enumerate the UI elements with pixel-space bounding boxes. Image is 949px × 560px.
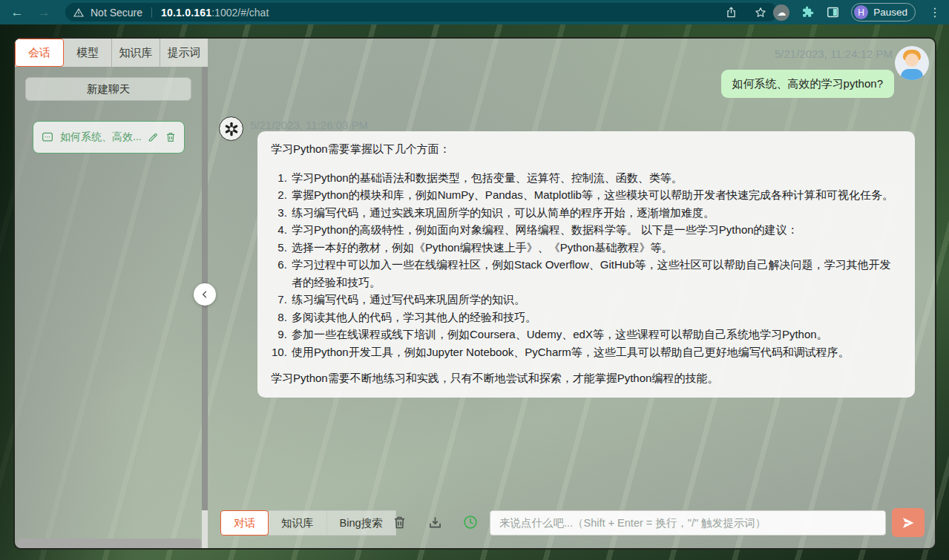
cloud-icon[interactable]: ☁ (773, 4, 789, 21)
tab-conversations[interactable]: 会话 (15, 39, 64, 67)
assistant-list: 学习Python的基础语法和数据类型，包括变量、运算符、控制流、函数、类等。掌握… (271, 169, 902, 361)
warning-icon (73, 7, 85, 19)
new-chat-button[interactable]: 新建聊天 (25, 77, 191, 101)
assistant-list-item: 选择一本好的教材，例如《Python编程快速上手》、《Python基础教程》等。 (290, 239, 902, 257)
export-download-icon[interactable] (427, 514, 443, 530)
history-icon[interactable] (462, 514, 479, 530)
edit-icon[interactable] (147, 131, 159, 143)
assistant-list-item: 练习编写代码，通过实践来巩固所学的知识，可以从简单的程序开始，逐渐增加难度。 (290, 204, 902, 222)
tab-prompts[interactable]: 提示词 (160, 39, 208, 67)
url-host: 10.1.0.161 (161, 7, 211, 19)
clear-trash-icon[interactable] (391, 514, 407, 530)
mode-tab-knowledge-base[interactable]: 知识库 (269, 510, 327, 536)
side-panel-icon[interactable] (826, 5, 840, 19)
user-message-timestamp: 5/21/2023, 11:24:12 PM (775, 47, 893, 60)
assistant-message-bubble: 学习Python需要掌握以下几个方面： 学习Python的基础语法和数据类型，包… (257, 131, 915, 398)
user-message-bubble: 如何系统、高效的学习python? (721, 70, 894, 98)
assistant-intro: 学习Python需要掌握以下几个方面： (271, 140, 902, 158)
divider-scroll-thumb[interactable] (202, 510, 208, 550)
assistant-list-item: 掌握Python的模块和库，例如NumPy、Pandas、Matplotlib等… (290, 186, 902, 204)
browser-toolbar: ← → Not Secure 10.1.0.161 :1002/#/chat ☁ (0, 0, 949, 24)
assistant-list-item: 使用Python开发工具，例如Jupyter Notebook、PyCharm等… (290, 343, 902, 361)
composer-actions (391, 514, 479, 530)
conversation-list-item[interactable]: 如何系统、高效... (33, 121, 185, 154)
sidebar-horizontal-scrollbar[interactable] (16, 538, 202, 548)
sidebar-divider[interactable] (202, 67, 208, 550)
conversation-title: 如何系统、高效... (60, 131, 141, 144)
app-window: 会话 模型 知识库 提示词 新建聊天 如何系统、高效... 5/21/2023,… (13, 37, 936, 550)
omnibox-divider (151, 7, 152, 18)
share-icon[interactable] (725, 6, 738, 19)
assistant-list-item: 学习过程中可以加入一些在线编程社区，例如Stack Overflow、GitHu… (290, 256, 902, 291)
delete-icon[interactable] (165, 131, 177, 143)
forward-icon[interactable]: → (34, 3, 53, 22)
sidebar-tab-bar: 会话 模型 知识库 提示词 (15, 39, 208, 67)
profile-pill[interactable]: H Paused (851, 3, 916, 22)
assistant-list-item: 参加一些在线课程或线下培训，例如Coursera、Udemy、edX等，这些课程… (290, 326, 902, 343)
send-button[interactable] (892, 508, 925, 537)
extensions-icon[interactable] (801, 5, 815, 19)
message-input[interactable] (490, 510, 886, 536)
assistant-list-item: 学习Python的高级特性，例如面向对象编程、网络编程、数据科学等。 以下是一些… (290, 221, 902, 239)
address-bar[interactable]: Not Secure 10.1.0.161 :1002/#/chat (65, 3, 778, 22)
sidebar-collapse-button[interactable] (194, 283, 216, 306)
profile-status: Paused (873, 7, 907, 18)
assistant-outro: 学习Python需要不断地练习和实践，只有不断地尝试和探索，才能掌握Python… (271, 369, 902, 387)
back-icon[interactable]: ← (7, 3, 27, 22)
tab-models[interactable]: 模型 (64, 39, 112, 67)
assistant-list-item: 练习编写代码，通过写代码来巩固所学的知识。 (290, 291, 902, 309)
assistant-logo-icon (219, 116, 243, 141)
assistant-list-item: 多阅读其他人的代码，学习其他人的经验和技巧。 (290, 309, 902, 326)
security-label: Not Secure (91, 7, 142, 19)
mode-tab-chat[interactable]: 对话 (220, 510, 269, 536)
user-avatar-icon (895, 46, 929, 80)
more-menu-icon[interactable]: ⋮ (927, 5, 943, 19)
composer-mode-tabs: 对话 知识库 Bing搜索 (220, 510, 396, 536)
assistant-list-item: 学习Python的基础语法和数据类型，包括变量、运算符、控制流、函数、类等。 (290, 169, 902, 187)
assistant-message-timestamp: 5/21/2023, 11:26:03 PM (250, 119, 368, 131)
tab-knowledge-base[interactable]: 知识库 (112, 39, 160, 67)
url-path: :1002/#/chat (211, 7, 269, 19)
chat-bubble-icon (41, 131, 54, 144)
bookmark-star-icon[interactable] (754, 6, 767, 19)
mode-tab-bing-search[interactable]: Bing搜索 (327, 510, 396, 536)
profile-avatar: H (854, 5, 868, 19)
